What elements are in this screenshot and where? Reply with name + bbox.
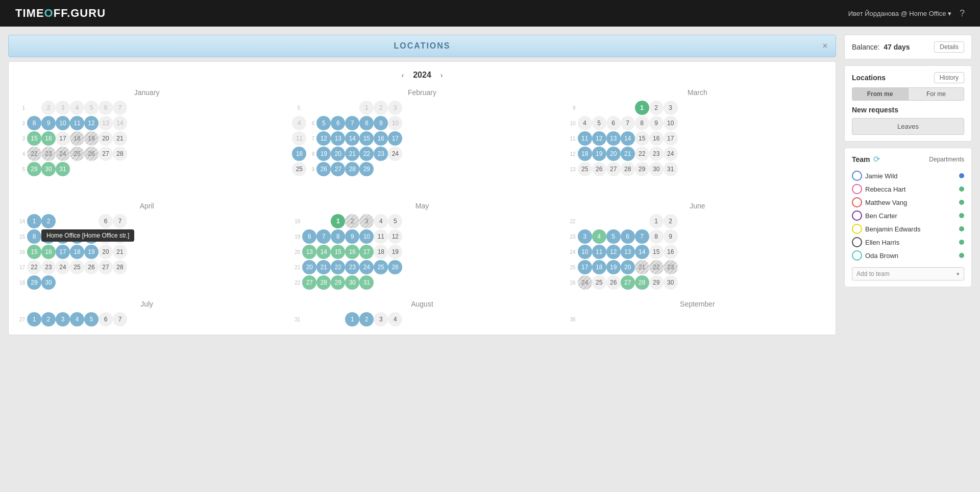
day-cell: 28 <box>316 275 331 290</box>
day-cell: 8 <box>27 116 41 130</box>
day-cell: 19 <box>316 147 331 161</box>
next-year-btn[interactable]: › <box>437 70 446 80</box>
months-grid: January 1 2 3 4 5 6 7 2 8 9 <box>17 88 827 326</box>
day-cell: 28 <box>635 275 649 290</box>
day-cell: 15 <box>359 131 374 146</box>
day-cell: 3 <box>56 312 70 326</box>
day-cell: 9 <box>649 116 664 130</box>
august-grid: 31 1 2 3 4 <box>292 312 552 326</box>
day-cell: 7 <box>113 312 127 326</box>
day-cell: 2 <box>374 101 388 115</box>
prev-year-btn[interactable]: ‹ <box>399 70 407 80</box>
from-me-for-me-toggle: From me For me <box>852 87 964 101</box>
month-september: September 36 <box>568 300 827 326</box>
day-cell: 5 <box>84 312 99 326</box>
wk: 11 <box>568 136 578 142</box>
day-cell <box>84 275 99 290</box>
from-me-button[interactable]: From me <box>852 87 908 101</box>
day-cell: 13 <box>621 245 635 259</box>
day-cell: 3 <box>664 101 678 115</box>
day-cell: 19 <box>84 131 99 146</box>
day-cell: 17 <box>664 131 678 146</box>
day-cell: 16 <box>664 245 678 259</box>
day-cell <box>302 101 316 115</box>
day-cell <box>292 177 306 192</box>
day-cell: 20 <box>606 147 621 161</box>
month-june: June 22 1 2 23 3 4 <box>568 202 827 290</box>
day-cell: 28 <box>621 162 635 176</box>
day-cell: 2 <box>345 214 359 228</box>
member-avatar <box>852 197 862 207</box>
details-button[interactable]: Details <box>934 41 964 53</box>
team-icon[interactable]: ⟳ <box>873 154 880 164</box>
for-me-button[interactable]: For me <box>908 87 964 101</box>
day-cell: 26 <box>316 162 331 176</box>
balance-text: Balance: 47 days <box>852 43 910 51</box>
locations-section-label: Locations <box>852 74 886 82</box>
wk: 2 <box>17 121 27 126</box>
day-cell: 1 <box>635 101 649 115</box>
month-august-label: August <box>292 300 552 308</box>
wk: 27 <box>17 317 27 322</box>
day-cell: 9 <box>41 116 56 130</box>
day-cell: 1 <box>331 214 345 228</box>
day-cell <box>331 312 345 326</box>
day-cell <box>27 101 41 115</box>
day-cell: 3 <box>374 312 388 326</box>
day-cell: 11 <box>374 229 388 244</box>
month-february: February 5 1 2 3 4 6 5 <box>292 88 552 192</box>
day-cell: 19 <box>606 260 621 274</box>
wk: 3 <box>17 136 27 142</box>
leaves-button[interactable]: Leaves <box>852 118 964 135</box>
history-button[interactable]: History <box>934 72 964 83</box>
day-cell: 27 <box>331 162 345 176</box>
day-cell: 3 <box>56 101 70 115</box>
day-cell: 8 <box>331 229 345 244</box>
day-cell: 15 <box>331 245 345 259</box>
day-cell: 25 <box>592 275 606 290</box>
day-cell: 25 <box>374 260 388 274</box>
day-cell: 3 <box>578 229 592 244</box>
day-cell: 1 <box>359 101 374 115</box>
day-cell: 11 <box>592 245 606 259</box>
day-cell: 14 <box>113 116 127 130</box>
day-cell: 21 <box>345 147 359 161</box>
day-cell: 24 <box>359 260 374 274</box>
wk: 18 <box>292 219 302 224</box>
month-january: January 1 2 3 4 5 6 7 2 8 9 <box>17 88 277 192</box>
day-cell: 30 <box>345 275 359 290</box>
day-cell: 18 <box>70 245 84 259</box>
day-cell: 16 <box>374 131 388 146</box>
day-cell: 11 <box>292 131 306 146</box>
team-member-row: Rebecca Hart <box>852 182 964 196</box>
day-cell: 20 <box>99 131 113 146</box>
day-cell: 26 <box>84 260 99 274</box>
add-to-team-row[interactable]: Add to team ▾ <box>852 267 964 280</box>
day-cell: 30 <box>664 275 678 290</box>
day-cell: 7 <box>316 229 331 244</box>
day-cell: 4 <box>292 116 306 130</box>
day-cell <box>331 101 345 115</box>
day-cell: 2 <box>664 214 678 228</box>
day-cell: 14 <box>635 245 649 259</box>
team-member-row: Ben Carter <box>852 209 964 222</box>
year-nav: ‹ 2024 › <box>17 70 827 80</box>
balance-value: 47 days <box>884 43 910 51</box>
day-cell: 12 <box>84 116 99 130</box>
locations-close-btn[interactable]: × <box>823 41 828 51</box>
day-cell: 26 <box>84 147 99 161</box>
day-cell: 7 <box>345 116 359 130</box>
departments-button[interactable]: Departments <box>929 156 964 163</box>
wk: 36 <box>568 317 578 322</box>
day-cell: 5 <box>592 116 606 130</box>
day-cell: 14 <box>345 131 359 146</box>
day-cell: 6 <box>99 101 113 115</box>
team-members-list: Jamie WildRebecca HartMatthew VangBen Ca… <box>852 169 964 262</box>
user-menu[interactable]: Ивет Йорданова @ Home Office ▾ <box>848 10 951 17</box>
day-cell <box>578 101 592 115</box>
month-march: March 9 1 2 3 10 4 5 <box>568 88 827 192</box>
team-member-row: Benjamin Edwards <box>852 222 964 236</box>
day-cell: 11 <box>578 131 592 146</box>
help-icon[interactable]: ? <box>960 8 965 19</box>
day-cell <box>388 162 402 176</box>
